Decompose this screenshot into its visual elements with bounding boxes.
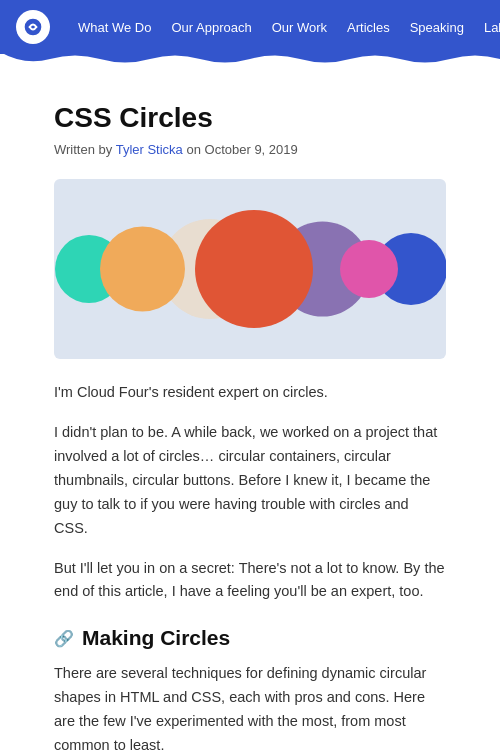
nav-item-labs[interactable]: Labs [474,20,500,35]
nav-wave-decoration [0,52,500,66]
article-title: CSS Circles [54,102,446,134]
making-circles-body: There are several techniques for definin… [54,662,446,750]
main-nav: What We Do Our Approach Our Work Article… [0,0,500,54]
circle-2 [100,227,185,312]
nav-item-our-work[interactable]: Our Work [262,20,337,35]
author-link[interactable]: Tyler Sticka [116,142,183,157]
making-circles-title: Making Circles [82,626,230,650]
nav-items-list: What We Do Our Approach Our Work Article… [68,20,500,35]
circle-6 [340,240,398,298]
article-body: I'm Cloud Four's resident expert on circ… [54,381,446,604]
nav-item-our-approach[interactable]: Our Approach [161,20,261,35]
byline-prefix: Written by [54,142,116,157]
site-logo[interactable] [16,10,50,44]
circle-4 [195,210,313,328]
byline-suffix: on October 9, 2019 [183,142,298,157]
nav-item-speaking[interactable]: Speaking [400,20,474,35]
circles-illustration [54,179,446,359]
svg-point-0 [25,19,42,36]
paragraph-2: I didn't plan to be. A while back, we wo… [54,421,446,541]
paragraph-3: But I'll let you in on a secret: There's… [54,557,446,605]
nav-item-what-we-do[interactable]: What We Do [68,20,161,35]
making-circles-anchor-icon[interactable]: 🔗 [54,629,74,648]
nav-item-articles[interactable]: Articles [337,20,400,35]
article-byline: Written by Tyler Sticka on October 9, 20… [54,142,446,157]
paragraph-1: I'm Cloud Four's resident expert on circ… [54,381,446,405]
article-content: CSS Circles Written by Tyler Sticka on O… [0,54,500,750]
circles-group [55,209,445,329]
making-circles-heading: 🔗 Making Circles [54,626,446,650]
